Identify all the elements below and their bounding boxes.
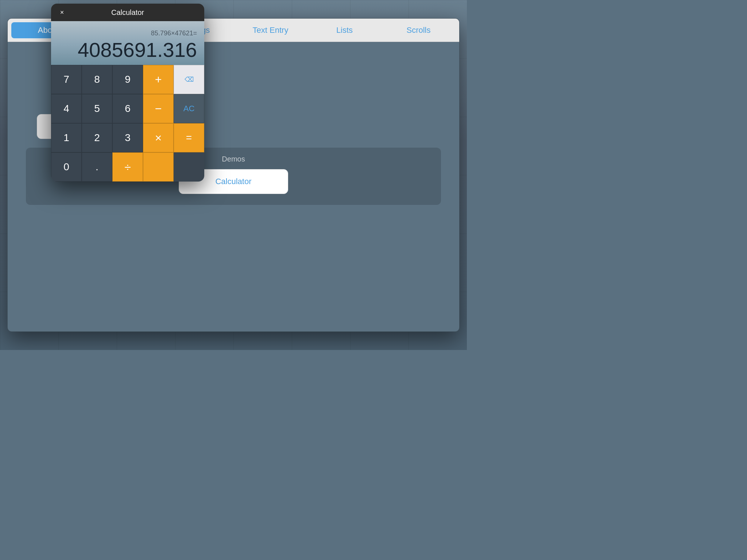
key-5[interactable]: 5 xyxy=(82,94,112,123)
key-[interactable] xyxy=(143,152,174,182)
calculator-expression: 85.796×47621= xyxy=(151,30,197,37)
key-AC[interactable]: AC xyxy=(174,94,204,123)
key-6[interactable]: 6 xyxy=(112,94,143,123)
key-x[interactable]: . xyxy=(82,152,112,182)
calculator-display: 85.796×47621= 4085691.316 xyxy=(51,21,204,65)
tab-text-entry[interactable]: Text Entry xyxy=(233,22,307,38)
key-x[interactable]: + xyxy=(143,65,174,94)
calculator-close-button[interactable]: × xyxy=(56,7,68,18)
key-3[interactable]: 3 xyxy=(112,123,143,152)
calculator-overlay: × Calculator 85.796×47621= 4085691.316 7… xyxy=(51,4,204,182)
key-x[interactable]: × xyxy=(143,123,174,152)
key-1[interactable]: 1 xyxy=(51,123,82,152)
key-4[interactable]: 4 xyxy=(51,94,82,123)
calculator-title: Calculator xyxy=(111,8,144,17)
key-9[interactable]: 9 xyxy=(112,65,143,94)
key-x[interactable]: = xyxy=(174,123,204,152)
calculator-titlebar: × Calculator xyxy=(51,4,204,21)
calculator-result: 4085691.316 xyxy=(78,39,197,61)
key-x[interactable]: − xyxy=(143,94,174,123)
key-[interactable]: ⌫ xyxy=(174,65,204,94)
key-8[interactable]: 8 xyxy=(82,65,112,94)
key-x[interactable]: ÷ xyxy=(112,152,143,182)
tab-scrolls[interactable]: Scrolls xyxy=(382,22,456,38)
calculator-keypad: 789+⌫456−AC123×=0.÷ xyxy=(51,65,204,182)
tab-lists[interactable]: Lists xyxy=(307,22,382,38)
key-7[interactable]: 7 xyxy=(51,65,82,94)
key-2[interactable]: 2 xyxy=(82,123,112,152)
key-0[interactable]: 0 xyxy=(51,152,82,182)
